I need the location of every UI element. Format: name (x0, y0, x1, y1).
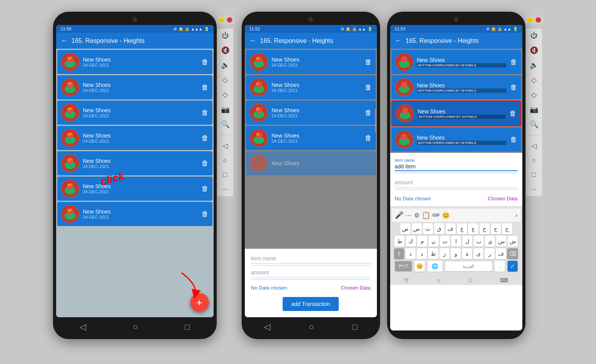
zoom-icon[interactable]: 🔍 (221, 120, 230, 129)
emoji-key[interactable]: 😊 (415, 261, 425, 272)
list-item[interactable]: New Shoes 24-DEC-2021 🗑 (57, 50, 212, 74)
kbd-key[interactable]: ص (412, 223, 422, 234)
delete-icon[interactable]: 🗑 (365, 58, 372, 66)
delete-icon[interactable]: 🗑 (365, 109, 372, 117)
kbd-key[interactable]: ف (496, 248, 506, 259)
scrollbar[interactable] (375, 109, 376, 132)
kbd-key[interactable]: ع (468, 223, 478, 234)
close-button-1[interactable]: ✕ (227, 17, 232, 23)
phone2-back-button[interactable]: ← (249, 37, 256, 45)
delete-icon[interactable]: 🗑 (202, 83, 209, 92)
kbd-key[interactable]: غ (457, 223, 467, 234)
keyboard-collapse-icon[interactable]: › (515, 212, 517, 219)
globe-key[interactable]: 🌐 (428, 261, 442, 272)
list-item[interactable]: New Shoes 24-DEC-2021 🗑 (57, 75, 212, 99)
list-item[interactable]: New Shoes 24-DEC-2021 🗑 click (57, 177, 212, 201)
recents-nav-icon[interactable]: □ (352, 322, 357, 332)
delete-icon[interactable]: 🗑 (202, 159, 209, 168)
square-icon-2[interactable]: □ (532, 171, 536, 179)
list-item[interactable]: New Shoes 24-DEC-2021 🗑 (57, 151, 212, 175)
kbd-key[interactable]: ي (485, 236, 495, 247)
amount-group[interactable]: amount (395, 179, 518, 189)
emoji-tool-icon[interactable]: 😊 (442, 212, 450, 219)
kbd-key[interactable]: خ (479, 223, 490, 234)
volume-down-icon[interactable]: 🔈 (221, 61, 230, 69)
gear-tool-icon[interactable]: ⚙ (414, 212, 419, 219)
more-icon-2[interactable]: ··· (531, 185, 537, 193)
kbd-key[interactable]: د (417, 248, 427, 259)
square-icon[interactable]: □ (223, 171, 227, 179)
kbd-key[interactable]: ط (394, 236, 405, 247)
kbd-key[interactable]: ة (462, 248, 472, 259)
delete-icon[interactable]: 🗑 (202, 134, 209, 142)
power-icon[interactable]: ⏻ (222, 32, 229, 40)
back-nav-icon[interactable]: ◁ (80, 322, 86, 332)
kbd-key[interactable]: ض (400, 223, 410, 234)
recents-nav-icon[interactable]: □ (185, 322, 190, 332)
delete-icon[interactable]: 🗑 (510, 136, 517, 144)
kbd-key[interactable]: ق (434, 223, 444, 234)
delete-icon[interactable]: 🗑 (365, 134, 372, 142)
delete-icon[interactable]: 🗑 (509, 110, 516, 118)
delete-icon[interactable]: 🗑 (365, 83, 372, 92)
kbd-key[interactable]: ا (451, 236, 461, 247)
list-item-highlighted[interactable]: New Shoes BOTTOM OVERFLOWED BY 18 PIXELS… (391, 101, 521, 126)
kbd-key[interactable]: ز (439, 248, 449, 259)
fab-button[interactable]: + (190, 293, 209, 312)
space-key[interactable]: العربية (445, 262, 492, 271)
delete-icon[interactable]: 🗑 (202, 58, 209, 66)
camera-icon[interactable]: 📷 (221, 105, 230, 114)
nums-key[interactable]: ؟٣٢١ (395, 261, 412, 271)
kbd-key[interactable]: ر (485, 248, 495, 259)
volume-mute-icon[interactable]: 🔇 (221, 46, 230, 55)
list-item[interactable]: New Shoes 24-DEC-2021 🗑 (246, 126, 376, 150)
item-name-input[interactable]: add item (395, 163, 518, 171)
delete-icon[interactable]: 🗑 (510, 83, 517, 92)
list-item[interactable]: New Shoes 24-DEC-2021 🗑 (57, 101, 212, 125)
kbd-key[interactable]: ج (502, 223, 512, 234)
kbd-key[interactable]: ش (508, 236, 518, 247)
kbd-key[interactable]: ح (491, 223, 501, 234)
power-icon-2[interactable]: ⏻ (531, 32, 538, 40)
keyboard-hide-icon[interactable]: ⌨ (500, 277, 508, 283)
item-name-group[interactable]: item name add item (395, 158, 518, 173)
list-item[interactable]: New Shoes BOTTOM OVERFLOWED BY 18 PIXELS… (391, 75, 521, 99)
kbd-key[interactable]: و (451, 248, 461, 259)
period-key[interactable]: . (495, 261, 505, 272)
back-nav-icon[interactable]: ◁ (264, 322, 271, 332)
tag2-icon[interactable]: ◇ (223, 90, 228, 99)
kbd-key[interactable]: ب (474, 236, 484, 247)
home-icon[interactable]: ○ (223, 156, 227, 164)
no-data-button[interactable]: No Data chosen (251, 285, 287, 291)
kbd-key[interactable]: ذ (405, 248, 416, 259)
volume-down-icon-2[interactable]: 🔈 (530, 61, 538, 69)
tag2-icon-2[interactable]: ◇ (531, 90, 537, 99)
volume-mute-icon-2[interactable]: 🔇 (530, 46, 538, 55)
more-icon[interactable]: ··· (222, 185, 228, 193)
camera-icon-2[interactable]: 📷 (530, 105, 538, 114)
kbd-key[interactable]: ل (462, 236, 472, 247)
delete-icon[interactable]: 🗑 (510, 58, 517, 66)
chosen-data-button[interactable]: Chosen Data (341, 285, 371, 291)
kbd-key[interactable]: س (496, 236, 506, 247)
delete-icon[interactable]: 🗑 (202, 185, 209, 193)
no-data-button[interactable]: No Data chosen (395, 196, 431, 201)
kbd-key[interactable]: ى (473, 248, 483, 259)
clipboard-tool-icon[interactable]: 📋 (422, 211, 430, 219)
kbd-key[interactable]: ن (428, 236, 439, 247)
phone3-back-button[interactable]: ← (395, 37, 402, 45)
list-item[interactable]: New Shoes 24-DEC-2021 🗑 (57, 126, 212, 150)
kbd-key[interactable]: ك (406, 236, 416, 247)
more-tool-icon[interactable]: ··· (406, 211, 412, 219)
tag-icon-2[interactable]: ◇ (531, 76, 537, 84)
gif-tool-icon[interactable]: GIF (433, 213, 440, 217)
tag-icon[interactable]: ◇ (223, 76, 228, 84)
kbd-key[interactable]: ظ (428, 248, 438, 259)
chosen-data-button[interactable]: Chosen Data (488, 196, 518, 201)
list-item[interactable]: New Shoes 24-DEC-2021 🗑 (246, 75, 376, 99)
list-item[interactable]: New Shoes BOTTOM OVERFLOWED BY 18 PIXELS… (391, 127, 521, 152)
kbd-key[interactable]: م (417, 236, 427, 247)
list-item[interactable]: New Shoes 24-DEC-2021 🗑 (57, 202, 212, 226)
delete-icon[interactable]: 🗑 (202, 210, 209, 218)
add-transaction-button[interactable]: add Transaction (283, 297, 339, 311)
